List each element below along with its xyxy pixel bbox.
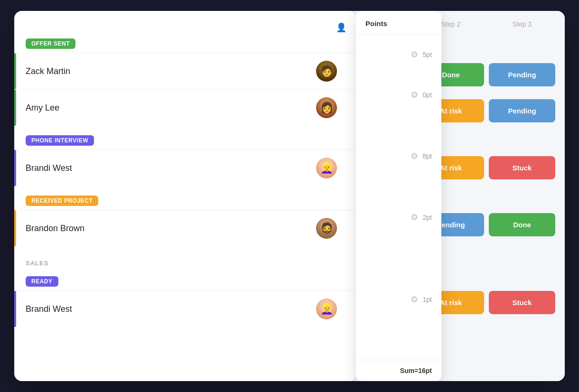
person-row-amy[interactable]: Amy Lee 👩 bbox=[14, 89, 356, 126]
section-label-received-project: RECEIVED PROJECT bbox=[26, 196, 98, 206]
avatar-brandon: 🧔 bbox=[316, 218, 337, 239]
gap-received-header bbox=[356, 176, 441, 197]
points-icon-amy: ⚙ bbox=[411, 90, 418, 100]
points-value-brandi-1: ⚙ 8pt bbox=[411, 151, 432, 161]
section-header-received-project: RECEIVED PROJECT bbox=[14, 190, 356, 210]
person-name-zack: Zack Martin bbox=[26, 66, 316, 76]
sales-group-header: SALES bbox=[14, 250, 356, 271]
left-panel: 👤 OFFER SENT Zack Martin 🧑 Amy Lee 👩 bbox=[14, 11, 356, 381]
points-panel-header: Points bbox=[356, 11, 441, 35]
section-received-project: RECEIVED PROJECT Brandon Brown 🧔 bbox=[14, 190, 356, 246]
points-icon-brandi-1: ⚙ bbox=[411, 151, 418, 161]
app-container: 👤 OFFER SENT Zack Martin 🧑 Amy Lee 👩 bbox=[14, 11, 565, 381]
points-icon-brandi-2: ⚙ bbox=[411, 294, 418, 305]
avatar-brandi-1: 👱‍♀️ bbox=[316, 158, 337, 178]
person-name-brandi-2: Brandi West bbox=[26, 304, 316, 314]
points-value-brandon: ⚙ 2pt bbox=[411, 212, 432, 223]
points-row-brandi-2: ⚙ 1pt bbox=[356, 279, 441, 319]
avatar-amy: 👩 bbox=[316, 97, 337, 118]
points-row-brandon: ⚙ 2pt bbox=[356, 197, 441, 237]
person-row-brandi-1[interactable]: Brandi West 👱‍♀️ bbox=[14, 149, 356, 186]
section-header-phone-interview: PHONE INTERVIEW bbox=[14, 130, 356, 149]
person-row-zack[interactable]: Zack Martin 🧑 bbox=[14, 53, 356, 89]
section-header-offer-sent: OFFER SENT bbox=[14, 33, 356, 53]
points-value-amy: ⚙ 0pt bbox=[411, 90, 432, 100]
section-phone-interview: PHONE INTERVIEW Brandi West 👱‍♀️ bbox=[14, 130, 356, 186]
points-panel: Points ⚙ 5pt ⚙ 0pt ⚙ 8pt bbox=[356, 11, 441, 381]
avatar-brandi-2: 👱‍♀️ bbox=[316, 299, 337, 319]
points-icon-zack: ⚙ bbox=[411, 49, 418, 60]
step3-badge-brandon[interactable]: Done bbox=[489, 213, 555, 236]
person-row-brandon[interactable]: Brandon Brown 🧔 bbox=[14, 210, 356, 246]
gap-phone-header bbox=[356, 115, 441, 136]
person-row-brandi-2[interactable]: Brandi West 👱‍♀️ bbox=[14, 290, 356, 327]
section-ready: READY Brandi West 👱‍♀️ bbox=[14, 271, 356, 327]
gap-sales-headers bbox=[356, 237, 441, 279]
step3-header: Step 3 bbox=[489, 20, 555, 28]
user-icon[interactable]: 👤 bbox=[336, 22, 346, 33]
step3-badge-brandi-1[interactable]: Stuck bbox=[489, 156, 555, 179]
section-label-phone-interview: PHONE INTERVIEW bbox=[26, 135, 94, 146]
points-value-zack: ⚙ 5pt bbox=[411, 49, 432, 60]
step3-badge-zack[interactable]: Pending bbox=[489, 63, 555, 86]
points-row-zack: ⚙ 5pt bbox=[356, 35, 441, 75]
points-value-brandi-2: ⚙ 1pt bbox=[411, 294, 432, 305]
step3-badge-amy[interactable]: Pending bbox=[489, 99, 555, 122]
step3-badge-brandi-2[interactable]: Stuck bbox=[489, 291, 555, 314]
points-row-brandi-1: ⚙ 8pt bbox=[356, 136, 441, 177]
section-header-ready: READY bbox=[14, 271, 356, 290]
points-spacer bbox=[356, 319, 441, 360]
avatar-zack: 🧑 bbox=[316, 61, 337, 82]
points-icon-brandon: ⚙ bbox=[411, 212, 418, 223]
section-label-ready: READY bbox=[26, 276, 58, 287]
section-offer-sent: OFFER SENT Zack Martin 🧑 Amy Lee 👩 bbox=[14, 33, 356, 126]
points-row-amy: ⚙ 0pt bbox=[356, 75, 441, 115]
section-label-offer-sent: OFFER SENT bbox=[26, 38, 75, 49]
points-sum: Sum=16pt bbox=[356, 360, 441, 381]
person-name-amy: Amy Lee bbox=[26, 103, 316, 113]
person-name-brandon: Brandon Brown bbox=[26, 224, 316, 233]
person-name-brandi-1: Brandi West bbox=[26, 163, 316, 173]
